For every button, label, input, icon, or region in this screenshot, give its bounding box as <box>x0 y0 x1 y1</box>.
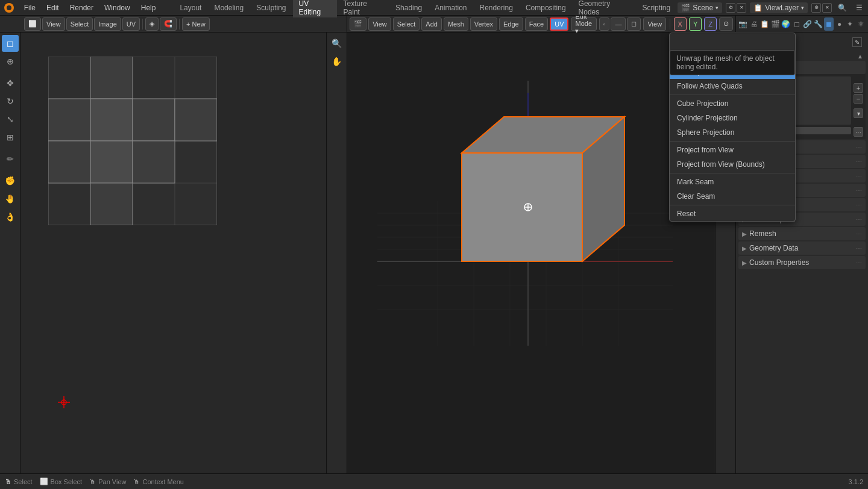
uv-editor-type-btn[interactable]: ⬜ <box>24 17 41 31</box>
uv-uv-menu[interactable]: UV <box>122 17 140 31</box>
uv-pan[interactable]: ✋ <box>329 53 345 70</box>
prop-modifiers-icon[interactable]: 🔧 <box>813 17 823 31</box>
tab-texture-paint[interactable]: Texture Paint <box>338 0 389 17</box>
dropdown-item-sphere-projection[interactable]: Sphere Projection <box>670 125 795 140</box>
svg-rect-18 <box>90 183 133 225</box>
uv-image-menu[interactable]: Image <box>94 17 121 31</box>
tool-scale[interactable]: ⤡ <box>2 111 19 128</box>
viewport-uv-menu[interactable]: UV <box>550 17 568 31</box>
uv-pivot-btn[interactable]: ◈ <box>145 17 159 31</box>
filter-btn[interactable]: ☰ <box>852 1 866 14</box>
tool-relax[interactable]: 🤚 <box>2 190 19 207</box>
tab-scripting[interactable]: Scripting <box>636 2 676 13</box>
dropdown-item-reset[interactable]: Reset <box>670 207 795 221</box>
context-menu-label: Context Menu <box>142 478 183 485</box>
uv-zoom-in[interactable]: 🔍 <box>329 35 345 52</box>
tool-move[interactable]: ✥ <box>2 75 19 92</box>
remesh-expand-icon: ⋯ <box>856 231 862 237</box>
prop-constraints-icon[interactable]: 🔗 <box>803 17 813 31</box>
custom-properties-header[interactable]: ▶ Custom Properties ⋯ <box>738 256 866 269</box>
scene-close-btn[interactable]: ✕ <box>737 3 746 13</box>
tool-rotate[interactable]: ↻ <box>2 93 19 110</box>
chevron-right-icon-9: ▶ <box>742 245 747 252</box>
xyz-z[interactable]: Z <box>704 17 717 31</box>
prop-render-icon[interactable]: 📷 <box>738 17 748 31</box>
vertex-select-btn[interactable]: ◦ <box>599 17 610 31</box>
dropdown-item-mark-seam[interactable]: Mark Seam <box>670 175 795 189</box>
viewlayer-icon: 📋 <box>753 4 763 12</box>
custom-properties-expand-icon: ⋯ <box>856 260 862 266</box>
tab-modeling[interactable]: Modeling <box>208 2 250 13</box>
prop-material-icon[interactable]: ● <box>835 17 844 31</box>
dropdown-item-clear-seam[interactable]: Clear Seam <box>670 189 795 204</box>
dropdown-tooltip: Unwrap the mesh of the object being edit… <box>670 50 795 75</box>
menu-render[interactable]: Render <box>65 2 98 13</box>
tab-layout[interactable]: Layout <box>174 2 207 13</box>
menu-window[interactable]: Window <box>99 2 135 13</box>
object-name-edit-btn[interactable]: ✎ <box>852 37 862 47</box>
tool-transform[interactable]: ⊞ <box>2 129 19 146</box>
viewport-add-menu[interactable]: Add <box>421 17 442 31</box>
dropdown-item-cylinder-projection[interactable]: Cylinder Projection <box>670 111 795 125</box>
face-select-btn[interactable]: ◻ <box>627 17 641 31</box>
uv-new-image-btn[interactable]: + New <box>182 17 210 31</box>
proportional-edit-btn[interactable]: ⊙ <box>719 17 733 31</box>
tool-select[interactable]: ◻ <box>2 35 19 52</box>
viewport-face-menu[interactable]: Face <box>525 17 548 31</box>
prop-scene-icon[interactable]: 🎬 <box>770 17 780 31</box>
tab-geometry-nodes[interactable]: Geometry Nodes <box>573 0 636 17</box>
svg-point-1 <box>7 5 11 10</box>
scene-selector[interactable]: 🎬 Scene ▾ <box>678 2 722 13</box>
prop-object-icon[interactable]: ◻ <box>792 17 802 31</box>
collapse-all-btn[interactable]: ▲ <box>857 53 863 60</box>
prop-world-icon[interactable]: 🌍 <box>781 17 791 31</box>
geometry-data-header[interactable]: ▶ Geometry Data ⋯ <box>738 241 866 255</box>
prop-output-icon[interactable]: 🖨 <box>749 17 759 31</box>
viewport-view-menu[interactable]: View <box>368 17 391 31</box>
tool-grab[interactable]: ✊ <box>2 172 19 189</box>
edge-select-btn[interactable]: — <box>611 17 626 31</box>
viewport-select-menu[interactable]: Select <box>393 17 420 31</box>
viewport-mode-select[interactable]: Edit Mode ▾ <box>571 17 596 31</box>
xyz-x[interactable]: X <box>674 17 687 31</box>
viewlayer-close-btn[interactable]: ✕ <box>822 3 832 13</box>
dropdown-item-cube-projection[interactable]: Cube Projection <box>670 96 795 111</box>
tool-annotate[interactable]: ✏ <box>2 151 19 167</box>
prop-view-layer-icon[interactable]: 📋 <box>760 17 770 31</box>
uv-snap-btn[interactable]: 🧲 <box>160 17 177 31</box>
viewlayer-settings-btn[interactable]: ⚙ <box>811 3 821 13</box>
shape-key-add-btn[interactable]: + <box>854 83 863 93</box>
shape-key-more-btn[interactable]: ⋯ <box>854 127 863 137</box>
tab-uv-editing[interactable]: UV Editing <box>293 0 337 17</box>
tab-compositing[interactable]: Compositing <box>520 2 572 13</box>
viewport-vertex-menu[interactable]: Vertex <box>470 17 497 31</box>
menu-help[interactable]: Help <box>136 2 161 13</box>
viewport-view-btn[interactable]: View <box>643 17 666 31</box>
uv-select-menu[interactable]: Select <box>66 17 93 31</box>
uv-view-menu[interactable]: View <box>42 17 65 31</box>
menu-file[interactable]: File <box>19 2 40 13</box>
viewport-edge-menu[interactable]: Edge <box>499 17 523 31</box>
search-btn[interactable]: 🔍 <box>835 1 849 14</box>
tab-animation[interactable]: Animation <box>429 2 473 13</box>
viewport-editor-type-btn[interactable]: 🎬 <box>350 17 366 31</box>
scene-settings-btn[interactable]: ⚙ <box>726 3 735 13</box>
shape-key-down-btn[interactable]: ▾ <box>854 108 863 118</box>
prop-physics-icon[interactable]: ⚛ <box>856 17 866 31</box>
menu-edit[interactable]: Edit <box>42 2 64 13</box>
viewlayer-selector[interactable]: 📋 ViewLayer ▾ <box>750 2 808 13</box>
tab-sculpting[interactable]: Sculpting <box>250 2 292 13</box>
shape-key-remove-btn[interactable]: − <box>854 94 863 104</box>
prop-particles-icon[interactable]: ✦ <box>846 17 855 31</box>
tab-rendering[interactable]: Rendering <box>474 2 519 13</box>
xyz-y[interactable]: Y <box>689 17 702 31</box>
prop-data-icon[interactable]: ◼ <box>824 17 834 31</box>
tool-pinch[interactable]: 👌 <box>2 208 19 225</box>
tool-cursor[interactable]: ⊕ <box>2 53 19 70</box>
tab-shading[interactable]: Shading <box>389 2 428 13</box>
remesh-header[interactable]: ▶ Remesh ⋯ <box>738 227 866 240</box>
viewport-mesh-menu[interactable]: Mesh <box>444 17 468 31</box>
dropdown-item-project-from-view-bounds[interactable]: Project from View (Bounds) <box>670 157 795 172</box>
dropdown-item-follow-active-quads[interactable]: Follow Active Quads <box>670 79 795 93</box>
dropdown-item-project-from-view[interactable]: Project from View <box>670 143 795 157</box>
